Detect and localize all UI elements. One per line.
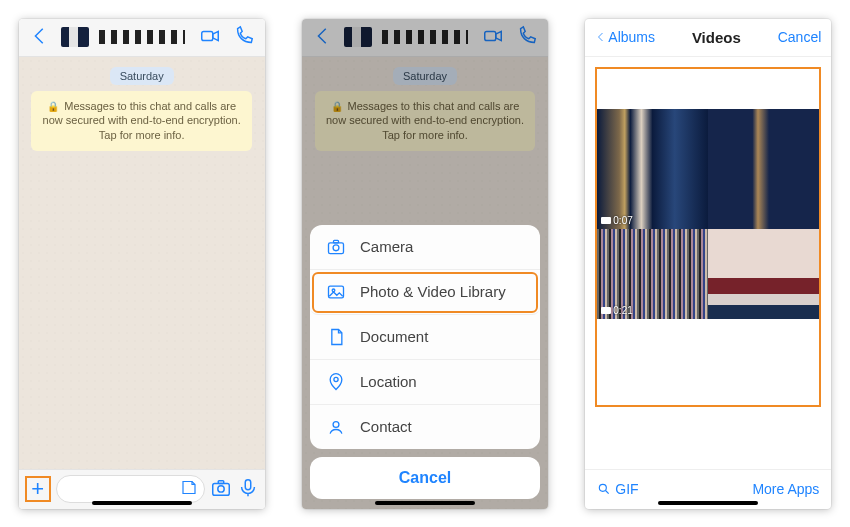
video-thumb[interactable] [597,319,819,405]
albums-back-button[interactable]: Albums [595,29,655,45]
message-input[interactable] [56,475,205,503]
option-contact-label: Contact [360,418,412,435]
svg-rect-4 [218,480,224,483]
option-library-label: Photo & Video Library [360,283,506,300]
option-location-label: Location [360,373,417,390]
contact-name-redacted[interactable] [99,30,185,44]
attach-button[interactable]: + [25,476,51,502]
attach-action-sheet: Camera Photo & Video Library Document Lo… [310,225,540,499]
option-document[interactable]: Document [310,315,540,360]
chat-body: Saturday 🔒 Messages to this chat and cal… [19,57,265,469]
option-contact[interactable]: Contact [310,405,540,449]
video-thumb[interactable] [708,109,819,229]
video-duration: 0:21 [601,305,632,316]
video-duration: 0:07 [601,215,632,226]
option-camera-label: Camera [360,238,413,255]
contact-avatar [344,27,372,47]
picker-cancel-button[interactable]: Cancel [778,29,822,45]
more-apps-button[interactable]: More Apps [752,481,819,497]
video-thumb[interactable]: 0:21 [597,229,708,319]
gif-label: GIF [615,481,638,497]
video-thumb[interactable]: 0:07 [597,109,708,229]
svg-line-16 [606,491,609,494]
option-document-label: Document [360,328,428,345]
lock-icon: 🔒 [47,101,59,112]
voice-call-icon [512,23,542,52]
panel-video-picker: Albums Videos Cancel 0:07 0:21 GIF More … [585,19,831,509]
chat-header [302,19,548,57]
sheet-options: Camera Photo & Video Library Document Lo… [310,225,540,449]
lock-icon: 🔒 [331,101,343,112]
svg-rect-0 [201,31,212,40]
panel-attach-sheet: Saturday 🔒 Messages to this chat and cal… [302,19,548,509]
svg-rect-11 [328,286,343,298]
svg-point-9 [333,244,339,250]
option-photo-video-library[interactable]: Photo & Video Library [310,270,540,315]
encryption-text: Messages to this chat and calls are now … [43,100,241,142]
svg-point-15 [600,484,607,491]
video-thumb[interactable] [708,229,819,319]
option-location[interactable]: Location [310,360,540,405]
chat-header [19,19,265,57]
encryption-notice[interactable]: 🔒 Messages to this chat and calls are no… [31,91,252,152]
sheet-cancel-button[interactable]: Cancel [310,457,540,499]
date-pill: Saturday [110,67,174,85]
video-call-icon [478,23,508,52]
svg-rect-10 [333,240,338,243]
encryption-notice: 🔒 Messages to this chat and calls are no… [315,91,536,152]
encryption-text: Messages to this chat and calls are now … [326,100,524,142]
back-icon[interactable] [25,23,55,52]
camera-icon[interactable] [210,477,232,502]
home-indicator [92,501,192,505]
sticker-icon[interactable] [180,479,198,500]
video-call-icon[interactable] [195,23,225,52]
svg-point-14 [333,421,339,427]
albums-label: Albums [608,29,655,45]
back-icon [308,23,338,52]
svg-marker-7 [496,31,502,40]
home-indicator [658,501,758,505]
svg-marker-1 [212,31,218,40]
home-indicator [375,501,475,505]
picker-header: Albums Videos Cancel [585,19,831,57]
contact-avatar[interactable] [61,27,89,47]
voice-call-icon[interactable] [229,23,259,52]
gif-search-button[interactable]: GIF [597,481,638,497]
date-pill: Saturday [393,67,457,85]
video-grid: 0:07 0:21 [595,67,821,407]
picker-title: Videos [692,29,741,46]
svg-point-13 [334,377,338,381]
svg-point-3 [217,485,223,491]
option-camera[interactable]: Camera [310,225,540,270]
mic-icon[interactable] [237,477,259,502]
contact-name-redacted [382,30,468,44]
svg-rect-5 [245,479,251,489]
video-thumb[interactable] [597,69,819,109]
svg-rect-6 [485,31,496,40]
panel-chat: Saturday 🔒 Messages to this chat and cal… [19,19,265,509]
picker-body: 0:07 0:21 [585,57,831,469]
